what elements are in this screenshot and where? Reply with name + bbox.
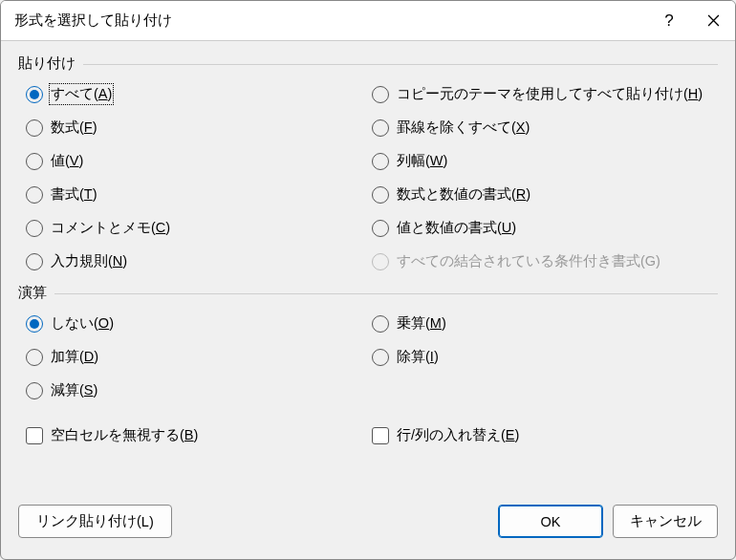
radio-icon [372,220,389,237]
radio-icon [26,119,43,137]
radio-label: 書式(T) [51,185,97,204]
group-header-paste: 貼り付け [18,54,718,74]
radio-label: 列幅(W) [397,152,447,170]
operation-radio-right-0[interactable]: 乗算(M) [372,307,718,340]
spacer [18,452,718,501]
radio-icon [372,119,389,137]
radio-icon [26,382,43,399]
group-label-paste: 貼り付け [18,54,83,73]
paste-radio-right-0[interactable]: コピー元のテーマを使用してすべて貼り付け(H) [372,77,718,111]
titlebar: 形式を選択して貼り付け ? [1,1,735,41]
checkbox-label: 空白セルを無視する(B) [51,426,198,444]
radio-label: しない(O) [51,314,114,333]
skip-blanks-checkbox[interactable]: 空白セルを無視する(B) [26,419,372,452]
radio-icon [26,315,43,333]
radio-icon [372,153,389,170]
paste-options: すべて(A)数式(F)値(V)書式(T)コメントとメモ(C)入力規則(N) コピ… [18,77,718,278]
group-label-operation: 演算 [18,284,54,302]
paste-radio-left-0[interactable]: すべて(A) [26,77,372,111]
close-icon [707,14,720,27]
help-button[interactable]: ? [647,1,691,41]
group-header-operation: 演算 [18,284,718,303]
checkbox-icon [26,427,43,444]
paste-radio-left-4[interactable]: コメントとメモ(C) [26,211,372,245]
ok-button[interactable]: OK [498,505,603,538]
radio-label: 罫線を除くすべて(X) [397,118,530,137]
divider [18,293,718,294]
paste-special-dialog: 形式を選択して貼り付け ? 貼り付け すべて(A)数式(F)値(V)書式(T)コ… [0,0,736,560]
transpose-checkbox[interactable]: 行/列の入れ替え(E) [372,419,718,452]
dialog-body: 貼り付け すべて(A)数式(F)値(V)書式(T)コメントとメモ(C)入力規則(… [1,41,735,559]
operation-group: 演算 しない(O)加算(D)減算(S) 乗算(M)除算(I) [18,284,718,407]
radio-label: 乗算(M) [397,314,446,333]
radio-icon [26,86,43,103]
radio-label: 除算(I) [397,348,439,366]
operation-radio-right-1[interactable]: 除算(I) [372,340,718,374]
radio-icon [372,349,389,366]
radio-label: 値と数値の書式(U) [397,219,516,237]
divider [18,64,718,65]
radio-icon [26,153,43,170]
operation-options: しない(O)加算(D)減算(S) 乗算(M)除算(I) [18,307,718,407]
paste-radio-left-1[interactable]: 数式(F) [26,111,372,144]
radio-label: 減算(S) [51,381,97,399]
radio-label: 値(V) [51,152,83,170]
radio-icon [26,220,43,237]
paste-link-button[interactable]: リンク貼り付け(L) [18,505,172,538]
radio-icon [372,315,389,333]
paste-radio-right-2[interactable]: 列幅(W) [372,144,718,178]
checkbox-label: 行/列の入れ替え(E) [397,426,519,444]
paste-group: 貼り付け すべて(A)数式(F)値(V)書式(T)コメントとメモ(C)入力規則(… [18,54,718,278]
radio-label: 数式(F) [51,118,97,137]
radio-label: 加算(D) [51,348,98,366]
operation-radio-left-1[interactable]: 加算(D) [26,340,372,374]
paste-radio-right-4[interactable]: 値と数値の書式(U) [372,211,718,245]
radio-icon [26,349,43,366]
cancel-button[interactable]: キャンセル [613,505,718,538]
paste-radio-right-3[interactable]: 数式と数値の書式(R) [372,178,718,211]
close-button[interactable] [691,1,735,41]
radio-icon [372,186,389,204]
radio-icon [372,253,389,270]
radio-label: 数式と数値の書式(R) [397,185,530,204]
paste-radio-left-2[interactable]: 値(V) [26,144,372,178]
radio-label: すべて(A) [51,85,112,103]
checkbox-icon [372,427,389,444]
operation-radio-left-2[interactable]: 減算(S) [26,374,372,407]
radio-label: 入力規則(N) [51,252,127,270]
radio-icon [26,186,43,204]
window-title: 形式を選択して貼り付け [14,11,647,30]
radio-label: すべての結合されている条件付き書式(G) [397,252,660,270]
operation-radio-left-0[interactable]: しない(O) [26,307,372,340]
radio-icon [26,253,43,270]
radio-icon [372,86,389,103]
paste-radio-right-1[interactable]: 罫線を除くすべて(X) [372,111,718,144]
radio-label: コメントとメモ(C) [51,219,170,237]
checkbox-section: 空白セルを無視する(B) 行/列の入れ替え(E) [18,419,718,452]
footer: リンク貼り付け(L) OK キャンセル [18,501,718,551]
paste-radio-left-3[interactable]: 書式(T) [26,178,372,211]
radio-label: コピー元のテーマを使用してすべて貼り付け(H) [397,85,703,103]
paste-radio-left-5[interactable]: 入力規則(N) [26,245,372,278]
paste-radio-right-5: すべての結合されている条件付き書式(G) [372,245,718,278]
